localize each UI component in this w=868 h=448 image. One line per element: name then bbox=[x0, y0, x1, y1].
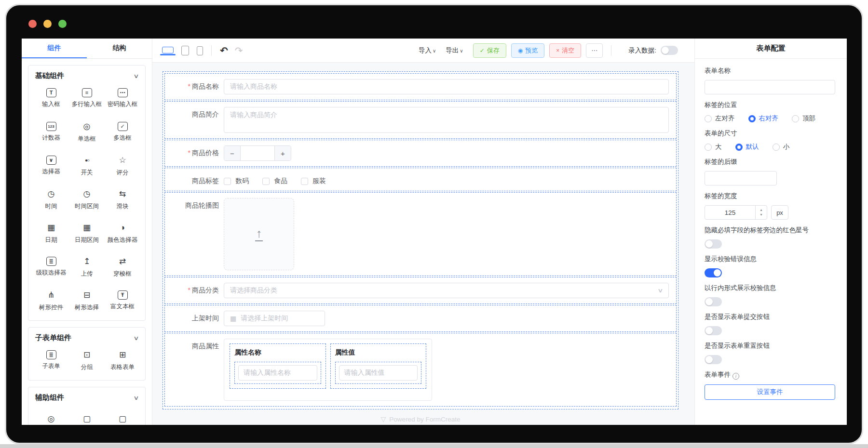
undo-button[interactable]: ↶ bbox=[220, 45, 228, 56]
save-button[interactable]: ✓保存 bbox=[473, 43, 506, 58]
minimize-window-button[interactable] bbox=[43, 20, 52, 28]
increase-button[interactable]: + bbox=[274, 146, 291, 160]
form-container[interactable]: *商品名称请输入商品名称商品简介请输入商品简介*商品价格−+商品标签数码食品服装… bbox=[163, 71, 678, 409]
subform-field-attr-name[interactable]: 请输入属性名称 bbox=[234, 362, 321, 384]
component-label: 评分 bbox=[117, 169, 129, 177]
mobile-view-button[interactable] bbox=[197, 46, 203, 55]
clear-button[interactable]: ×清空 bbox=[549, 43, 581, 58]
product-intro-textarea[interactable]: 请输入商品简介 bbox=[224, 107, 669, 133]
component-item-upload[interactable]: ↥上传 bbox=[69, 250, 105, 284]
component-item-rich-text[interactable]: Ŧ富文本框 bbox=[105, 284, 140, 317]
form-row-product-price[interactable]: *商品价格−+ bbox=[164, 140, 677, 167]
form-row-launch-time[interactable]: 上架时间▦请选择上架时间 bbox=[164, 305, 677, 332]
field-label-product-price: *商品价格 bbox=[165, 145, 219, 161]
record-data-toggle[interactable] bbox=[661, 46, 678, 55]
group-header-auxiliary[interactable]: 辅助组件∨ bbox=[33, 393, 140, 403]
tablet-view-button[interactable] bbox=[181, 46, 189, 55]
form-size-option-大[interactable]: 大 bbox=[705, 143, 722, 151]
form-row-product-tags[interactable]: 商品标签数码食品服装 bbox=[164, 168, 677, 191]
component-item-table-form[interactable]: ⊞表格表单 bbox=[105, 343, 140, 377]
component-label: 颜色选择器 bbox=[108, 236, 138, 244]
subform-column-attr-value[interactable]: 属性值请输入属性值 bbox=[330, 343, 427, 389]
stepper-arrows[interactable]: ▴▾ bbox=[755, 206, 767, 219]
time-range-icon: ◷ bbox=[81, 189, 92, 199]
radio-label: 左对齐 bbox=[715, 114, 735, 123]
close-window-button[interactable] bbox=[28, 20, 37, 28]
subform-column-attr-name[interactable]: 属性名称请输入属性名称 bbox=[230, 343, 326, 389]
form-row-product-intro[interactable]: 商品简介请输入商品简介 bbox=[164, 101, 677, 139]
group-grid: T输入框≡多行输入框⋯密码输入框123计数器◎单选框✓多选框∨选择器●○开关☆评… bbox=[33, 81, 140, 317]
redo-button[interactable]: ↷ bbox=[235, 45, 243, 56]
label-position-option-右对齐[interactable]: 右对齐 bbox=[748, 114, 779, 123]
more-actions-button[interactable]: ⋯ bbox=[586, 43, 603, 58]
subform-field-attr-value[interactable]: 请输入属性值 bbox=[335, 362, 422, 384]
form-name-input[interactable] bbox=[705, 80, 835, 94]
component-item-counter[interactable]: 123计数器 bbox=[33, 115, 69, 149]
component-label: 多行输入框 bbox=[72, 100, 102, 108]
attr-value-input[interactable]: 请输入属性值 bbox=[339, 365, 418, 381]
component-item-select[interactable]: ∨选择器 bbox=[33, 149, 69, 183]
product-name-input[interactable]: 请输入商品名称 bbox=[224, 79, 669, 94]
component-item-radio[interactable]: ◎单选框 bbox=[69, 115, 105, 149]
form-row-product-attrs[interactable]: 商品属性属性名称请输入属性名称属性值请输入属性值 bbox=[164, 333, 677, 407]
desktop-view-button[interactable] bbox=[162, 47, 174, 55]
label-width-unit: px bbox=[771, 205, 788, 220]
component-item-tree-select[interactable]: ⊟树形选择 bbox=[69, 284, 105, 317]
component-item-slider[interactable]: ⇆滑块 bbox=[105, 183, 140, 216]
form-row-product-carousel[interactable]: 商品轮播图↑ bbox=[164, 192, 677, 276]
component-item-transfer[interactable]: ⇄穿梭框 bbox=[105, 250, 140, 284]
component-item-textarea[interactable]: ≡多行输入框 bbox=[69, 81, 105, 115]
component-item-group[interactable]: ⊡分组 bbox=[69, 343, 105, 377]
form-size-option-默认[interactable]: 默认 bbox=[735, 143, 759, 151]
checkbox-option-数码[interactable]: 数码 bbox=[224, 177, 249, 185]
component-item-aux-1[interactable]: ◎ bbox=[33, 403, 69, 425]
decrease-button[interactable]: − bbox=[224, 146, 241, 160]
hide-required-star-toggle[interactable] bbox=[705, 239, 722, 249]
component-item-input[interactable]: T输入框 bbox=[33, 81, 69, 115]
set-event-button[interactable]: 设置事件 bbox=[705, 384, 835, 400]
group-header-basic[interactable]: 基础组件∨ bbox=[33, 71, 140, 81]
maximize-window-button[interactable] bbox=[58, 20, 67, 28]
label-suffix-input[interactable] bbox=[705, 171, 777, 185]
show-reset-button-toggle[interactable] bbox=[705, 355, 722, 364]
component-item-checkbox[interactable]: ✓多选框 bbox=[105, 115, 140, 149]
component-item-color-picker[interactable]: ◑颜色选择器 bbox=[105, 216, 140, 250]
hide-required-star-label: 隐藏必填字段的标签旁边的红色星号 bbox=[705, 226, 835, 235]
form-row-product-category[interactable]: *商品分类请选择商品分类∨ bbox=[164, 277, 677, 304]
product-carousel-upload-dropzone[interactable]: ↑ bbox=[224, 198, 294, 270]
label-width-input[interactable]: 125 ▴▾ bbox=[705, 205, 767, 220]
show-validation-error-toggle[interactable] bbox=[705, 268, 722, 277]
component-item-date[interactable]: ▦日期 bbox=[33, 216, 69, 250]
launch-time-date-picker[interactable]: ▦请选择上架时间 bbox=[224, 311, 325, 326]
product-price-stepper[interactable]: −+ bbox=[224, 145, 291, 161]
export-dropdown[interactable]: 导出∨ bbox=[446, 46, 463, 55]
checkbox-option-服装[interactable]: 服装 bbox=[301, 177, 326, 185]
tab-components[interactable]: 组件 bbox=[22, 39, 87, 58]
checkbox-option-食品[interactable]: 食品 bbox=[262, 177, 287, 185]
form-size-option-小[interactable]: 小 bbox=[773, 143, 790, 151]
component-item-switch[interactable]: ●○开关 bbox=[69, 149, 105, 183]
preview-button[interactable]: ◉预览 bbox=[511, 43, 544, 58]
component-item-aux-3[interactable]: ▢ bbox=[105, 403, 140, 425]
attr-name-input[interactable]: 请输入属性名称 bbox=[238, 365, 317, 381]
label-position-option-顶部[interactable]: 顶部 bbox=[792, 114, 815, 123]
label-position-option-左对齐[interactable]: 左对齐 bbox=[705, 114, 735, 123]
form-row-product-name[interactable]: *商品名称请输入商品名称 bbox=[164, 73, 677, 100]
component-item-time[interactable]: ◷时间 bbox=[33, 183, 69, 216]
component-item-rate[interactable]: ☆评分 bbox=[105, 149, 140, 183]
field-label-text: 商品价格 bbox=[192, 149, 219, 157]
eye-icon: ◉ bbox=[518, 47, 523, 54]
group-header-subform[interactable]: 子表单组件∨ bbox=[33, 333, 140, 343]
product-category-select[interactable]: 请选择商品分类∨ bbox=[224, 283, 669, 298]
tab-structure[interactable]: 结构 bbox=[87, 39, 152, 58]
component-item-password[interactable]: ⋯密码输入框 bbox=[105, 81, 140, 115]
inline-validation-toggle[interactable] bbox=[705, 297, 722, 306]
component-item-time-range[interactable]: ◷时间区间 bbox=[69, 183, 105, 216]
component-item-cascader[interactable]: ≣级联选择器 bbox=[33, 250, 69, 284]
component-item-tree[interactable]: ⋔树形控件 bbox=[33, 284, 69, 317]
component-item-sub-form[interactable]: ≣子表单 bbox=[33, 343, 69, 377]
show-submit-button-toggle[interactable] bbox=[705, 326, 722, 335]
import-dropdown[interactable]: 导入∨ bbox=[419, 46, 436, 55]
component-item-date-range[interactable]: ▦日期区间 bbox=[69, 216, 105, 250]
component-item-aux-2[interactable]: ▢ bbox=[69, 403, 105, 425]
